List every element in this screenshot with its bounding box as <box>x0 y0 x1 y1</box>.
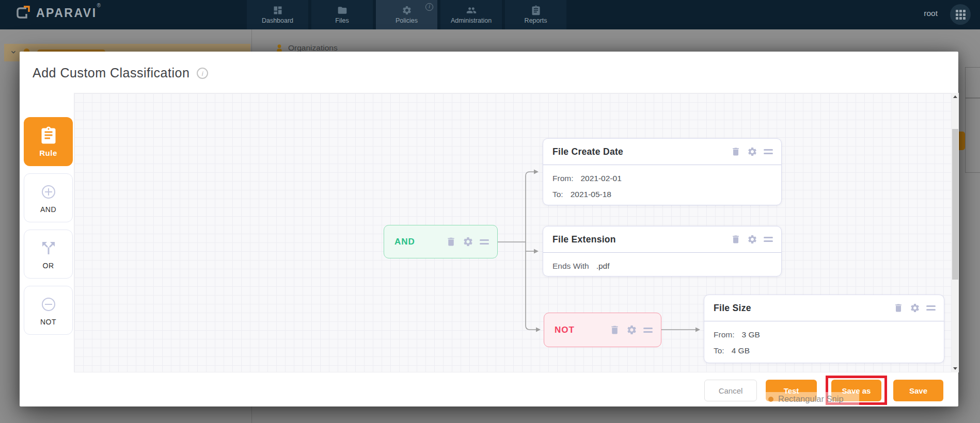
info-icon[interactable]: i <box>425 3 433 11</box>
canvas-vertical-scrollbar[interactable] <box>952 93 959 372</box>
split-branch-icon <box>39 239 58 257</box>
nav-label: Dashboard <box>262 17 293 24</box>
aparavi-logo: APARAVI® <box>14 5 101 21</box>
nav-items: Dashboard Files i Policies Administratio… <box>247 0 566 29</box>
nav-item-dashboard[interactable]: Dashboard <box>247 0 308 29</box>
canvas-node-not[interactable]: NOT <box>544 313 661 347</box>
scroll-down-icon[interactable] <box>952 365 959 372</box>
cancel-button[interactable]: Cancel <box>704 380 757 401</box>
rule-field-value: 4 GB <box>732 346 750 355</box>
toolbar-button-label: Rule <box>39 149 57 157</box>
canvas-node-and[interactable]: AND <box>384 225 498 258</box>
trash-icon[interactable] <box>731 234 741 245</box>
node-title: File Create Date <box>552 147 731 157</box>
toolbar-button-label: AND <box>40 205 56 214</box>
save-button[interactable]: Save <box>893 380 943 401</box>
settings-gear-icon[interactable] <box>463 236 473 247</box>
drag-handle-icon[interactable] <box>643 328 653 333</box>
trash-icon[interactable] <box>446 236 456 247</box>
toolbar-and-button[interactable]: AND <box>24 173 73 222</box>
info-icon[interactable]: i <box>197 68 208 79</box>
apps-menu-button[interactable] <box>950 4 971 25</box>
nav-item-policies[interactable]: i Policies <box>376 0 437 29</box>
dashboard-icon <box>273 5 283 15</box>
node-toolbar: Rule AND OR NOT <box>24 117 73 335</box>
rule-canvas[interactable]: AND File Create Date From: <box>74 93 952 372</box>
settings-gear-icon[interactable] <box>910 303 920 313</box>
apps-grid-icon <box>956 10 966 20</box>
plus-circle-icon <box>39 183 58 201</box>
brand-registered-mark: ® <box>97 3 101 8</box>
chevron-down-icon <box>9 48 18 56</box>
nav-item-administration[interactable]: Administration <box>440 0 502 29</box>
dialog-title: Add Custom Classification <box>33 66 189 80</box>
nav-item-reports[interactable]: Reports <box>505 0 566 29</box>
canvas-node-file-create-date[interactable]: File Create Date From: 2021-02-01 To: 20… <box>543 138 782 205</box>
dimmed-table-row <box>965 67 980 98</box>
brand-name: APARAVI <box>36 6 97 20</box>
drag-handle-icon[interactable] <box>764 149 773 154</box>
top-navbar: APARAVI® Dashboard Files i Policies Admi… <box>0 0 980 29</box>
rule-field-value: .pdf <box>596 262 610 271</box>
aparavi-logo-icon <box>14 5 31 21</box>
canvas-node-file-extension[interactable]: File Extension Ends With .pdf <box>543 226 782 276</box>
drag-handle-icon[interactable] <box>926 305 936 311</box>
toolbar-or-button[interactable]: OR <box>24 230 73 279</box>
rule-field-label: From: <box>714 330 734 339</box>
toolbar-not-button[interactable]: NOT <box>24 286 73 335</box>
scroll-up-icon[interactable] <box>952 93 959 101</box>
test-button[interactable]: Test <box>766 380 817 401</box>
rule-field-label: Ends With <box>552 262 589 271</box>
nav-label: Files <box>335 17 349 24</box>
node-title: File Extension <box>552 234 731 245</box>
dimmed-table-row <box>965 98 980 173</box>
toolbar-button-label: OR <box>43 262 54 270</box>
clipboard-icon <box>531 5 541 15</box>
nav-label: Administration <box>451 17 492 24</box>
scrollbar-thumb[interactable] <box>952 129 958 280</box>
toolbar-button-label: NOT <box>40 318 56 326</box>
save-as-button[interactable]: Save as <box>831 380 881 401</box>
drag-handle-icon[interactable] <box>764 237 773 242</box>
gear-icon <box>402 5 412 15</box>
minus-circle-icon <box>39 295 58 314</box>
toolbar-rule-button[interactable]: Rule <box>24 117 73 166</box>
settings-gear-icon[interactable] <box>747 234 757 245</box>
settings-gear-icon[interactable] <box>747 147 757 157</box>
node-title: File Size <box>714 303 893 314</box>
logic-node-label: AND <box>394 237 446 247</box>
rule-field-value: 3 GB <box>741 330 760 339</box>
nav-item-files[interactable]: Files <box>311 0 373 29</box>
user-menu-label[interactable]: root <box>924 9 938 18</box>
rule-field-value: 2021-05-18 <box>571 190 611 199</box>
nav-label: Policies <box>396 17 418 24</box>
trash-icon[interactable] <box>609 324 620 335</box>
settings-gear-icon[interactable] <box>626 324 637 335</box>
people-icon <box>466 5 477 15</box>
add-custom-classification-dialog: Add Custom Classification i Rule AND OR … <box>20 52 958 406</box>
rule-field-value: 2021-02-01 <box>580 174 621 183</box>
nav-label: Reports <box>525 17 547 24</box>
trash-icon[interactable] <box>893 303 904 313</box>
rule-field-label: To: <box>714 346 724 355</box>
canvas-node-file-size[interactable]: File Size From: 3 GB To: 4 GB <box>704 295 944 363</box>
folder-icon <box>337 5 347 15</box>
rule-field-label: From: <box>552 174 573 183</box>
logic-node-label: NOT <box>555 325 609 335</box>
clipboard-icon <box>39 126 58 144</box>
rule-field-label: To: <box>552 190 563 199</box>
drag-handle-icon[interactable] <box>480 239 489 245</box>
organization-person-icon <box>275 44 283 52</box>
dimmed-orange-button-sliver <box>958 132 965 150</box>
trash-icon[interactable] <box>731 147 741 157</box>
